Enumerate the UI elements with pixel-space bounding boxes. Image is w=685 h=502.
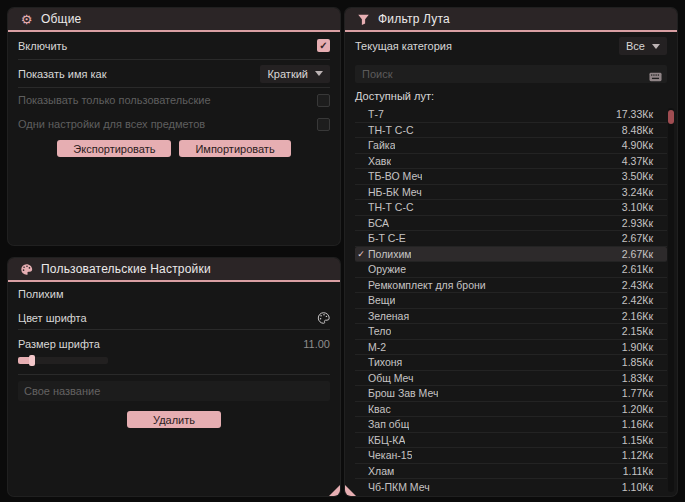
resize-grip[interactable] [345, 485, 356, 496]
resize-grip[interactable] [329, 485, 340, 496]
loot-row[interactable]: Квас 1.20Кк [355, 402, 667, 418]
window-custom-title: Пользовательские Настройки [41, 262, 211, 276]
loot-item-price: 1.15Кк [622, 434, 653, 446]
window-general: ⚙ Общие Включить ✓ Показать имя как Крат… [8, 8, 340, 245]
loot-row[interactable]: Чб-ПКМ Меч 1.10Кк [355, 479, 667, 495]
loot-row[interactable]: Т-7 17.33Кк [355, 107, 667, 123]
loot-item-price: 1.90Кк [622, 341, 653, 353]
loot-row[interactable]: Б-Т С-Е 2.67Кк [355, 231, 667, 247]
category-label: Текущая категория [355, 40, 452, 52]
window-general-title: Общие [41, 12, 81, 26]
window-general-titlebar[interactable]: ⚙ Общие [8, 8, 340, 30]
funnel-icon [357, 13, 370, 26]
loot-row[interactable]: Вещи 2.42Кк [355, 293, 667, 309]
loot-item-price: 1.11Кк [623, 465, 653, 477]
loot-item-name: ТБ-ВО Меч [355, 170, 422, 182]
category-value: Все [626, 40, 645, 52]
search-input[interactable] [355, 65, 667, 83]
loot-item-name: Б-Т С-Е [355, 232, 406, 244]
loot-item-price: 4.90Кк [622, 139, 653, 151]
loot-row[interactable]: Хлам 1.11Кк [355, 464, 667, 480]
loot-row[interactable]: ТН-Т С-С 8.48Кк [355, 123, 667, 139]
slider-grab[interactable] [29, 355, 35, 366]
loot-item-name: Чб-ПКМ Меч [355, 481, 430, 493]
loot-row[interactable]: Брош Зав Меч 1.77Кк [355, 386, 667, 402]
category-row: Текущая категория Все [355, 32, 667, 60]
loot-item-price: 1.85Кк [622, 356, 653, 368]
same-settings-row: Одни настройки для всех предметов [18, 112, 330, 136]
font-size-slider-row [18, 357, 330, 375]
loot-row[interactable]: Гайка 4.90Кк [355, 138, 667, 154]
loot-item-price: 1.16Кк [622, 418, 653, 430]
loot-item-name: Зеленая [355, 310, 409, 322]
same-settings-label: Одни настройки для всех предметов [18, 118, 205, 130]
loot-row[interactable]: Ремкомплект для брони 2.43Кк [355, 278, 667, 294]
loot-item-name: Квас [355, 403, 391, 415]
enable-row: Включить ✓ [18, 32, 330, 60]
loot-item-name: Общ Меч [355, 372, 414, 384]
loot-item-name: Хавк [355, 155, 391, 167]
loot-item-price: 1.83Кк [622, 372, 653, 384]
font-size-slider[interactable] [18, 357, 108, 364]
keyboard-icon[interactable] [649, 68, 662, 86]
loot-item-price: 2.16Кк [622, 310, 653, 322]
loot-item-price: 1.77Кк [622, 387, 653, 399]
scrollbar-thumb[interactable] [668, 110, 674, 124]
loot-row[interactable]: Хавк 4.37Кк [355, 154, 667, 170]
name-mode-value: Краткий [267, 68, 308, 80]
loot-row[interactable]: БСА 2.93Кк [355, 216, 667, 232]
font-color-row: Цвет шрифта [18, 306, 330, 330]
custom-name-input[interactable] [18, 381, 330, 401]
scrollbar-track[interactable] [668, 108, 674, 492]
loot-row[interactable]: Тихоня 1.85Кк [355, 355, 667, 371]
loot-row[interactable]: НБ-БК Меч 3.24Кк [355, 185, 667, 201]
loot-item-price: 3.10Кк [622, 201, 653, 213]
loot-row[interactable]: М-2 1.90Кк [355, 340, 667, 356]
mod-menu-root: ⚙ Общие Включить ✓ Показать имя как Крат… [0, 0, 685, 502]
checkmark-icon: ✓ [355, 249, 367, 259]
palette-icon[interactable] [317, 311, 330, 324]
loot-item-name: Ремкомплект для брони [355, 279, 486, 291]
loot-row[interactable]: КБЦ-КА 1.15Кк [355, 433, 667, 449]
enable-label: Включить [18, 40, 67, 52]
loot-row[interactable]: Зеленая 2.16Кк [355, 309, 667, 325]
loot-row[interactable]: Тело 2.15Кк [355, 324, 667, 340]
window-filter-titlebar[interactable]: Фильтр Лута [345, 8, 677, 30]
delete-button[interactable]: Удалить [127, 411, 221, 428]
loot-row[interactable]: Общ Меч 1.83Кк [355, 371, 667, 387]
name-mode-combo[interactable]: Краткий [260, 65, 330, 83]
loot-row[interactable]: Чекан-15 1.12Кк [355, 448, 667, 464]
loot-row[interactable]: ✓ Полихим 2.67Кк [355, 247, 667, 263]
import-button[interactable]: Импортировать [179, 140, 290, 157]
export-button[interactable]: Экспортировать [57, 140, 171, 157]
loot-item-name: Тихоня [355, 356, 402, 368]
same-settings-checkbox[interactable] [317, 118, 330, 131]
loot-item-name: Вещи [355, 294, 395, 306]
font-size-label: Размер шрифта [18, 338, 100, 350]
selected-item-name: Полихим [18, 288, 64, 300]
window-custom-titlebar[interactable]: Пользовательские Настройки [8, 258, 340, 280]
loot-item-name: Зап общ [355, 418, 409, 430]
loot-item-price: 17.33Кк [616, 108, 653, 120]
loot-item-price: 1.12Кк [622, 449, 653, 461]
loot-row[interactable]: Оружие 2.61Кк [355, 262, 667, 278]
loot-item-price: 4.37Кк [622, 155, 653, 167]
enable-checkbox[interactable]: ✓ [317, 39, 330, 52]
loot-row[interactable]: Зап общ 1.16Кк [355, 417, 667, 433]
loot-item-name: Т-7 [355, 108, 384, 120]
loot-item-name: Оружие [355, 263, 406, 275]
only-custom-checkbox[interactable] [317, 94, 330, 107]
loot-row[interactable]: ТН-Т С-С 3.10Кк [355, 200, 667, 216]
selected-item-row: Полихим [18, 282, 330, 306]
loot-item-price: 2.67Кк [622, 248, 653, 260]
name-mode-row: Показать имя как Краткий [18, 60, 330, 88]
loot-item-name: Хлам [355, 465, 394, 477]
loot-item-name: ТН-Т С-С [355, 124, 414, 136]
loot-row[interactable]: ТБ-ВО Меч 3.50Кк [355, 169, 667, 185]
loot-item-price: 1.20Кк [622, 403, 653, 415]
category-combo[interactable]: Все [619, 37, 667, 55]
loot-item-price: 2.61Кк [622, 263, 653, 275]
loot-item-price: 8.48Кк [622, 124, 653, 136]
window-loot-filter: Фильтр Лута Текущая категория Все [345, 8, 677, 496]
only-custom-row: Показывать только пользовательские [18, 88, 330, 112]
